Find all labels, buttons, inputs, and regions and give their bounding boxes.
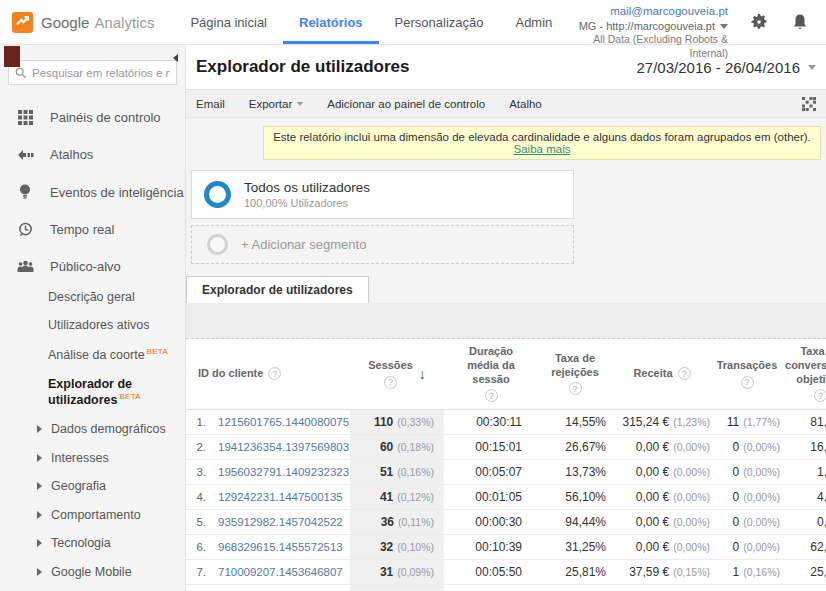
nav-relatorios[interactable]: Relatórios — [283, 0, 379, 44]
col-header-id-do-cliente[interactable]: ID do cliente ? — [186, 367, 350, 381]
toolbar-action[interactable]: Exportar — [249, 98, 303, 110]
settings-gear-icon[interactable] — [750, 13, 768, 31]
sidebar-subitem[interactable]: Explorador de utilizadoresBETA — [48, 370, 181, 415]
sessions-cell: 29(0,09%) — [350, 585, 444, 591]
col-header-taxa-rejeicoes[interactable]: Taxa de rejeições ? — [538, 352, 612, 396]
toolbar-action[interactable]: Atalho — [509, 98, 542, 110]
segment-donut-icon — [204, 181, 231, 208]
client-id-link[interactable]: 1941236354.1397569803 — [210, 441, 350, 453]
table-row: 2. 1941236354.1397569803 60(0,18%) 00:15… — [186, 435, 826, 460]
avg-session-duration-cell: 00:05:50 — [444, 565, 538, 579]
client-id-link[interactable]: 968329615.1455572513 — [210, 541, 350, 553]
col-header-sessoes[interactable]: Sessões ? ↓ — [350, 359, 444, 389]
sidebar-item-paineis-de-controlo[interactable]: Painéis de controlo — [0, 99, 185, 136]
col-header-duracao-media[interactable]: Duração média da sessão ? — [444, 345, 538, 402]
sidebar-item-label: Painéis de controlo — [50, 110, 161, 125]
export-caret-icon — [297, 102, 303, 109]
table-row: 8. 1866462743.1454369725 29(0,09%) 00:05… — [186, 585, 826, 591]
client-id-link[interactable]: 129242231.1447500135 — [210, 491, 350, 503]
sessions-cell: 110(0,33%) — [350, 410, 444, 434]
sidebar-item-eventos-de-inteligencia[interactable]: Eventos de inteligência — [0, 173, 185, 211]
segment-detail: 100,00% Utilizadores — [244, 197, 370, 209]
sidebar-item-label: Tempo real — [50, 222, 114, 237]
report-toolbar: Email Exportar Adicionar ao painel de co… — [186, 89, 826, 118]
transactions-cell: 0(0,00%) — [712, 540, 782, 554]
widget-grid-icon[interactable] — [802, 97, 816, 111]
help-icon[interactable]: ? — [569, 382, 582, 395]
account-view: All Data (Excluding Robots & Internal) — [568, 33, 728, 60]
page-title: Explorador de utilizadores — [196, 57, 410, 77]
transactions-cell: 0(0,00%) — [712, 440, 782, 454]
table-row: 1. 1215601765.1440080075 110(0,33%) 00:3… — [186, 410, 826, 435]
help-icon[interactable]: ? — [384, 376, 397, 389]
account-switcher[interactable]: mail@marcogouveia.pt MG - http://marcogo… — [568, 0, 728, 44]
sidebar-red-marker — [4, 46, 20, 67]
table-row: 4. 129242231.1447500135 41(0,12%) 00:01:… — [186, 485, 826, 510]
notifications-bell-icon[interactable] — [792, 13, 808, 31]
sidebar-subitem[interactable]: Comportamento — [48, 501, 181, 530]
row-number: 2. — [186, 441, 210, 453]
col-header-receita[interactable]: Receita ? — [612, 367, 712, 381]
add-segment-button[interactable]: + Adicionar segmento — [191, 225, 574, 264]
nav-personalizacao[interactable]: Personalização — [379, 0, 500, 44]
sidebar-subitem[interactable]: Utilizadores ativos — [48, 312, 181, 341]
bounce-rate-cell: 56,10% — [538, 490, 612, 504]
nav-pagina-inicial[interactable]: Página inicial — [174, 0, 283, 44]
col-header-taxa-conversao[interactable]: Taxa de conversão de objetivos ? — [782, 345, 826, 402]
bounce-rate-cell: 13,73% — [538, 465, 612, 479]
sidebar-subitem[interactable]: Personalizado — [48, 587, 181, 591]
account-caret-icon — [720, 24, 728, 33]
sidebar-item-atalhos[interactable]: Atalhos — [0, 136, 185, 173]
help-icon[interactable]: ? — [678, 367, 691, 380]
client-id-link[interactable]: 710009207.1453646807 — [210, 566, 350, 578]
expand-arrow-icon — [37, 425, 46, 433]
avg-session-duration-cell: 00:15:01 — [444, 440, 538, 454]
date-range-selector[interactable]: 27/03/2016 - 26/04/2016 — [637, 59, 816, 76]
toolbar-action[interactable]: Adicionar ao painel de controlo — [327, 98, 485, 110]
search-input[interactable] — [32, 67, 170, 79]
sessions-cell: 36(0,11%) — [350, 510, 444, 534]
transactions-cell: 0(0,00%) — [712, 465, 782, 479]
saiba-mais-link[interactable]: Saiba mais — [514, 143, 571, 155]
realtime-clock-icon — [15, 222, 35, 237]
nav-admin[interactable]: Admin — [499, 0, 568, 44]
col-header-transacoes[interactable]: Transações ? — [712, 359, 782, 389]
help-icon[interactable]: ? — [741, 376, 754, 389]
sessions-cell: 41(0,12%) — [350, 485, 444, 509]
help-icon[interactable]: ? — [814, 389, 826, 402]
client-id-link[interactable]: 935912982.1457042522 — [210, 516, 350, 528]
sessions-cell: 60(0,18%) — [350, 435, 444, 459]
sidebar-subitem[interactable]: Dados demográficos — [48, 415, 181, 444]
sidebar-subitem[interactable]: Tecnologia — [48, 530, 181, 559]
expand-arrow-icon — [37, 568, 46, 576]
sidebar-subitem[interactable]: Descrição geral — [48, 283, 181, 312]
transactions-cell: 1(0,16%) — [712, 565, 782, 579]
row-number: 7. — [186, 566, 210, 578]
segment-all-users[interactable]: Todos os utilizadores 100,00% Utilizador… — [191, 170, 574, 219]
client-id-link[interactable]: 1215601765.1440080075 — [210, 416, 350, 428]
help-icon[interactable]: ? — [268, 367, 281, 380]
sidebar-item-publico-alvo[interactable]: Público-alvo — [0, 248, 185, 285]
sidebar-item-label: Eventos de inteligência — [50, 185, 184, 200]
sort-descending-icon[interactable]: ↓ — [419, 366, 426, 382]
sidebar-subitem[interactable]: Geografia — [48, 473, 181, 502]
google-analytics-logo[interactable]: Google Analytics — [0, 0, 162, 44]
sidebar-item-tempo-real[interactable]: Tempo real — [0, 211, 185, 248]
toolbar-action[interactable]: Email — [196, 98, 225, 110]
sidebar-item-label: Atalhos — [50, 147, 93, 162]
bounce-rate-cell: 94,44% — [538, 515, 612, 529]
help-icon[interactable]: ? — [485, 389, 498, 402]
sidebar-subitem[interactable]: Análise da coorteBETA — [48, 340, 181, 370]
sidebar-subitem[interactable]: Interesses — [48, 444, 181, 473]
sidebar-collapse-icon[interactable] — [169, 54, 178, 62]
bounce-rate-cell: 26,67% — [538, 440, 612, 454]
app-header: Google Analytics Página inicial Relatóri… — [0, 0, 826, 45]
search-icon — [15, 67, 27, 79]
high-cardinality-notice: Este relatório inclui uma dimensão de el… — [263, 126, 821, 160]
account-email[interactable]: mail@marcogouveia.pt — [568, 4, 728, 19]
client-id-link[interactable]: 1956032791.1409232323 — [210, 466, 350, 478]
table-row: 7. 710009207.1453646807 31(0,09%) 00:05:… — [186, 560, 826, 585]
tab-explorador-de-utilizadores[interactable]: Explorador de utilizadores — [186, 276, 369, 303]
sidebar-search[interactable] — [8, 60, 177, 85]
sidebar-subitem[interactable]: Google Mobile — [48, 559, 181, 588]
